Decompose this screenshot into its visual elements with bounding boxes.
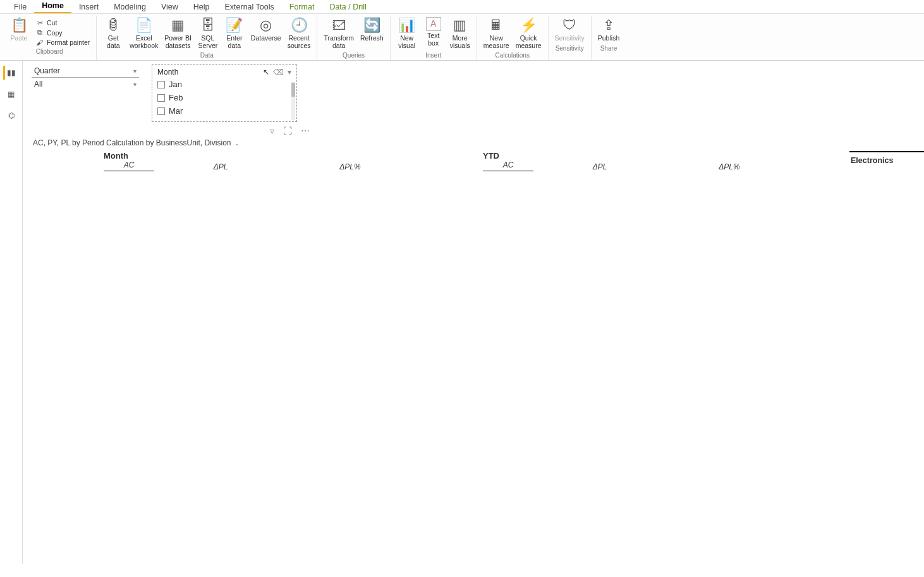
powerbi-datasets-button[interactable]: ▦Power BI datasets [162, 16, 194, 51]
tab-view[interactable]: View [154, 1, 186, 13]
group-calculations: 🖩New measure ⚡Quick measure Calculations [477, 16, 549, 60]
slicer-quarter-value[interactable]: All ▾ [32, 78, 139, 90]
report-view-button[interactable]: ▮▮ [3, 66, 17, 80]
checkbox-icon [157, 94, 165, 102]
group-insert-label: Insert [425, 52, 441, 59]
paste-button[interactable]: 📋 Paste [6, 16, 32, 44]
view-rail: ▮▮ ▦ ⌬ [0, 61, 23, 564]
enterdata-icon: 📝 [225, 17, 244, 33]
excel-icon: 📄 [135, 17, 154, 33]
more-icon: ▥ [451, 17, 470, 33]
cut-button[interactable]: ✂Cut [33, 18, 92, 27]
enter-data-button[interactable]: 📝Enter data [222, 16, 247, 51]
tab-home[interactable]: Home [34, 0, 71, 13]
ac-value: 5.3M [921, 156, 924, 165]
group-sensitivity: 🛡Sensitivity Sensitivity [549, 16, 592, 60]
chart-icon: 📊 [398, 17, 416, 33]
refresh-button[interactable]: 🔄Refresh [358, 16, 386, 44]
data-view-button[interactable]: ▦ [4, 87, 18, 101]
measure-icon: 🖩 [487, 17, 506, 33]
group-data: 🛢Get data 📄Excel workbook ▦Power BI data… [97, 16, 317, 60]
variance-visual[interactable]: Month AC ΔPL ΔPL% YTD AC ΔPL ΔPL% Electr… [32, 151, 919, 171]
get-data-button[interactable]: 🛢Get data [100, 16, 126, 51]
sensitivity-icon: 🛡 [560, 17, 579, 33]
slicer-scrollbar[interactable] [291, 82, 295, 120]
copy-button[interactable]: ⧉Copy [33, 28, 92, 37]
quick-icon: ⚡ [519, 17, 538, 33]
slicer-month-item[interactable]: Mar [156, 104, 293, 118]
brush-icon: 🖌 [35, 39, 44, 46]
paste-icon: 📋 [9, 17, 28, 33]
panel-month: Month AC ΔPL ΔPL% [104, 151, 470, 171]
group-share-label: Share [600, 45, 617, 52]
slicer-quarter-label: Quarter [34, 66, 60, 75]
dataverse-button[interactable]: ◎Dataverse [248, 16, 284, 44]
group-insert: 📊New visual AText box ▥More visuals Inse… [391, 16, 477, 60]
tab-file[interactable]: File [6, 1, 34, 13]
chevron-down-icon: ▾ [133, 81, 137, 88]
new-measure-button[interactable]: 🖩New measure [481, 16, 512, 51]
group-calc-label: Calculations [495, 52, 529, 59]
copy-icon: ⧉ [35, 28, 44, 37]
chevron-down-icon: ⌄ [234, 140, 240, 147]
text-box-button[interactable]: AText box [421, 16, 446, 48]
row-label: Electronics [849, 156, 921, 165]
transform-data-button[interactable]: 🗠Transform data [321, 16, 356, 51]
slicer-month[interactable]: Month ↖ ⌫ ▾ JanFebMar [152, 64, 297, 122]
pbi-icon: ▦ [169, 17, 188, 33]
report-canvas[interactable]: Quarter ▾ All ▾ Month ↖ ⌫ ▾ JanFeb [23, 61, 924, 564]
getdata-icon: 🛢 [104, 17, 123, 33]
tab-data-drill[interactable]: Data / Drill [322, 1, 374, 13]
publish-icon: ⇪ [599, 17, 618, 33]
visual-header-icons: ▿ ⛶ ⋯ [32, 122, 313, 137]
transform-icon: 🗠 [329, 17, 348, 33]
publish-button[interactable]: ⇪Publish [595, 16, 622, 44]
panel-ytd: YTD AC ΔPL ΔPL% [483, 151, 849, 171]
slicer-month-item[interactable]: Feb [156, 91, 293, 104]
group-data-label: Data [200, 52, 214, 59]
panel-title: Month [104, 151, 470, 161]
sql-server-button[interactable]: 🗄SQL Server [195, 16, 221, 51]
slicer-month-item[interactable]: Jan [156, 78, 293, 91]
table-row[interactable]: Electronics 5.3M+141.9K +2.7 5.3M+141.9K… [849, 151, 924, 169]
checkbox-icon [157, 81, 165, 88]
textbox-icon: A [426, 17, 441, 31]
sql-icon: 🗄 [198, 17, 217, 33]
cursor-icon: ↖ [263, 68, 269, 76]
tab-external-tools[interactable]: External Tools [217, 1, 281, 13]
ribbon: 📋 Paste ✂Cut ⧉Copy 🖌Format painter Clipb… [0, 14, 924, 61]
dataverse-icon: ◎ [257, 17, 276, 33]
group-clipboard: 📋 Paste ✂Cut ⧉Copy 🖌Format painter Clipb… [3, 16, 97, 60]
tab-modeling[interactable]: Modeling [106, 1, 154, 13]
recent-icon: 🕘 [289, 17, 308, 33]
tab-insert[interactable]: Insert [71, 1, 106, 13]
slicer-quarter[interactable]: Quarter ▾ All ▾ [32, 64, 139, 90]
cut-icon: ✂ [35, 19, 44, 27]
paste-label: Paste [11, 35, 28, 42]
excel-workbook-button[interactable]: 📄Excel workbook [127, 16, 161, 51]
quick-measure-button[interactable]: ⚡Quick measure [513, 16, 544, 51]
visual-title[interactable]: AC, PY, PL by Period Calculation by Busi… [32, 137, 919, 151]
group-sens-label: Sensitivity [556, 45, 584, 52]
more-visuals-button[interactable]: ▥More visuals [447, 16, 473, 51]
checkbox-icon [157, 107, 165, 115]
slicer-quarter-header[interactable]: Quarter ▾ [32, 64, 139, 78]
refresh-icon: 🔄 [362, 17, 381, 33]
recent-sources-button[interactable]: 🕘Recent sources [285, 16, 313, 51]
focus-mode-icon[interactable]: ⛶ [283, 126, 292, 136]
group-clipboard-label: Clipboard [36, 48, 63, 55]
filter-icon[interactable]: ▿ [270, 126, 274, 136]
chevron-down-icon[interactable]: ▾ [288, 68, 291, 76]
new-visual-button[interactable]: 📊New visual [394, 16, 420, 51]
tab-help[interactable]: Help [186, 1, 217, 13]
eraser-icon[interactable]: ⌫ [273, 68, 284, 76]
tab-format[interactable]: Format [282, 1, 322, 13]
panel-title: YTD [483, 151, 849, 161]
group-queries-label: Queries [343, 52, 365, 59]
group-share: ⇪Publish Share [592, 16, 626, 60]
model-view-button[interactable]: ⌬ [4, 109, 18, 123]
more-options-icon[interactable]: ⋯ [301, 126, 310, 136]
format-painter-button[interactable]: 🖌Format painter [33, 38, 92, 47]
sensitivity-button[interactable]: 🛡Sensitivity [552, 16, 587, 44]
top-menubar: File Home Insert Modeling View Help Exte… [0, 0, 924, 14]
